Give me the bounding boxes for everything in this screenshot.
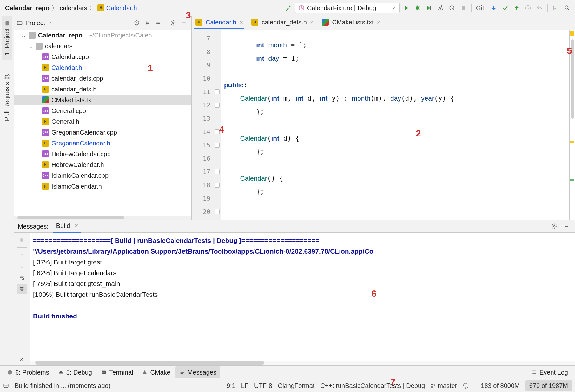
tree-row[interactable]: HCalendar.h xyxy=(14,62,191,73)
stop-button[interactable] xyxy=(459,3,468,12)
tree-row[interactable]: ⌄ Calendar_repo ~/CLionProjects/Calen xyxy=(14,30,191,41)
error-stripe[interactable] xyxy=(569,30,575,220)
fold-toggle-icon[interactable]: − xyxy=(215,89,220,94)
rail-tab-project[interactable]: 1: Project xyxy=(2,16,12,60)
chevron-down-icon[interactable]: ⌄ xyxy=(21,31,26,39)
fold-toggle-icon[interactable]: − xyxy=(215,183,220,188)
status-memory[interactable]: 679 of 1987M xyxy=(525,380,572,391)
scrollbar-thumb[interactable] xyxy=(17,216,124,219)
status-line-separator[interactable]: LF xyxy=(241,382,248,390)
horizontal-scrollbar[interactable] xyxy=(14,216,191,220)
status-caret[interactable]: 9:1 xyxy=(227,382,235,390)
close-icon[interactable]: × xyxy=(310,18,314,26)
breadcrumb-folder[interactable]: calendars xyxy=(60,4,87,12)
tree-row[interactable]: C++IslamicCalendar.cpp xyxy=(14,170,191,181)
editor-tab[interactable]: CMakeLists.txt× xyxy=(321,16,382,29)
cmake-file-icon xyxy=(42,96,49,103)
tool-btn-event-log[interactable]: Event Log xyxy=(527,366,572,378)
git-commit-icon[interactable] xyxy=(500,3,510,12)
project-tool-title[interactable]: Project xyxy=(25,19,45,27)
tree-row[interactable]: C++calendar_defs.cpp xyxy=(14,73,191,84)
status-encoding[interactable]: UTF-8 xyxy=(254,382,272,390)
tree-row[interactable]: HHebrewCalendar.h xyxy=(14,159,191,170)
soft-wrap-icon[interactable] xyxy=(17,273,27,282)
code-editor[interactable]: int month = 1; int day = 1; public: Cale… xyxy=(221,37,569,213)
hide-icon[interactable] xyxy=(179,18,189,27)
status-formatter[interactable]: ClangFormat xyxy=(278,382,315,390)
close-icon[interactable]: × xyxy=(75,222,78,229)
editor-tab[interactable]: HCalendar.h× xyxy=(194,16,244,29)
attach-button[interactable] xyxy=(447,3,457,12)
tool-windows-icon[interactable] xyxy=(3,383,9,389)
fold-toggle-icon[interactable]: − xyxy=(215,143,220,148)
tree-row[interactable]: ⌄ calendars xyxy=(14,41,191,51)
tree-row[interactable]: C++Calendar.cpp xyxy=(14,51,191,62)
build-console[interactable]: ====================[ Build | runBasicCa… xyxy=(30,233,575,361)
warning-indicator-icon[interactable] xyxy=(570,31,574,36)
tree-row[interactable]: Hcalendar_defs.h xyxy=(14,84,191,95)
locate-icon[interactable] xyxy=(132,18,142,27)
git-update-icon[interactable] xyxy=(489,3,499,12)
tree-row[interactable]: C++General.cpp xyxy=(14,105,191,116)
tool-btn-messages[interactable]: Messages xyxy=(175,366,220,378)
horizontal-scrollbar[interactable] xyxy=(30,361,575,365)
previous-icon[interactable] xyxy=(17,250,27,260)
profile-button[interactable] xyxy=(436,3,445,12)
fold-gutter[interactable]: −−−−−−− xyxy=(214,30,221,220)
search-everywhere-icon[interactable] xyxy=(562,3,572,12)
fold-toggle-icon[interactable]: − xyxy=(215,209,220,214)
tree-row[interactable]: C++HebrewCalendar.cpp xyxy=(14,149,191,159)
tree-row[interactable]: HIslamicCalendar.h xyxy=(14,181,191,192)
debug-button[interactable] xyxy=(413,3,422,12)
status-indexing[interactable]: 183 of 8000M xyxy=(481,382,519,390)
status-git-branch[interactable]: master xyxy=(431,382,457,390)
expand-all-icon[interactable] xyxy=(143,18,152,27)
messages-tab-build[interactable]: Build × xyxy=(53,220,82,233)
tool-btn-cmake[interactable]: CMake xyxy=(138,366,174,378)
line-number-gutter[interactable]: 7891011121314151617181920 xyxy=(192,30,214,220)
chevron-down-icon[interactable]: ⌄ xyxy=(28,42,33,50)
scroll-to-end-icon[interactable] xyxy=(17,284,27,294)
tree-row[interactable]: CMakeLists.txt xyxy=(14,95,191,105)
breadcrumb-file[interactable]: Calendar.h xyxy=(106,4,137,12)
close-icon[interactable]: × xyxy=(240,18,243,26)
gear-icon[interactable] xyxy=(550,222,559,231)
tree-row[interactable]: HGregorianCalendar.h xyxy=(14,138,191,149)
gear-icon[interactable] xyxy=(169,18,178,27)
fold-toggle-icon[interactable]: − xyxy=(215,103,220,108)
next-icon[interactable] xyxy=(17,262,27,271)
sync-icon[interactable] xyxy=(463,382,469,389)
tool-btn-debug[interactable]: 5: Debug xyxy=(54,366,96,378)
stripe-marker-ok[interactable] xyxy=(570,179,574,181)
breadcrumb-root[interactable]: Calendar_repo xyxy=(5,4,50,12)
tool-btn-terminal[interactable]: Terminal xyxy=(97,366,137,378)
rail-tab-pull-requests[interactable]: Pull Requests xyxy=(2,69,12,125)
fold-toggle-icon[interactable]: − xyxy=(215,129,220,134)
git-rollback-icon[interactable] xyxy=(535,3,544,12)
fold-toggle-icon[interactable]: − xyxy=(215,169,220,174)
chevron-down-icon[interactable] xyxy=(48,21,52,25)
stop-icon[interactable] xyxy=(17,235,27,245)
git-push-icon[interactable] xyxy=(512,3,521,12)
collapse-all-icon[interactable] xyxy=(154,18,163,27)
breadcrumb[interactable]: Calendar_repo 〉 calendars 〉 H Calendar.h xyxy=(3,3,139,13)
tree-row[interactable]: C++GregorianCalendar.cpp xyxy=(14,127,191,138)
stripe-marker-warning[interactable] xyxy=(570,141,574,143)
status-context[interactable]: C++: runBasicCalendarTests | Debug xyxy=(320,382,425,390)
status-last-build[interactable]: Build finished in ... (moments ago) xyxy=(15,382,110,390)
run-configuration-selector[interactable]: CalendarFixture | Debug xyxy=(295,3,400,13)
project-tree[interactable]: ⌄ Calendar_repo ~/CLionProjects/Calen⌄ c… xyxy=(14,30,191,216)
editor-tab[interactable]: Hcalendar_defs.h× xyxy=(250,16,315,29)
hide-icon[interactable] xyxy=(562,222,571,231)
more-icon[interactable]: » xyxy=(17,354,27,363)
run-button[interactable] xyxy=(401,3,411,12)
tree-row[interactable]: HGeneral.h xyxy=(14,116,191,127)
build-hammer-icon[interactable] xyxy=(283,3,293,12)
close-icon[interactable]: × xyxy=(377,18,381,26)
run-anything-icon[interactable] xyxy=(551,3,560,12)
scrollbar-thumb[interactable] xyxy=(571,39,574,119)
scrollbar-thumb[interactable] xyxy=(35,361,264,365)
tool-btn-problems[interactable]: 6: Problems xyxy=(3,366,53,378)
git-history-icon[interactable] xyxy=(523,3,533,12)
coverage-button[interactable] xyxy=(424,3,434,12)
